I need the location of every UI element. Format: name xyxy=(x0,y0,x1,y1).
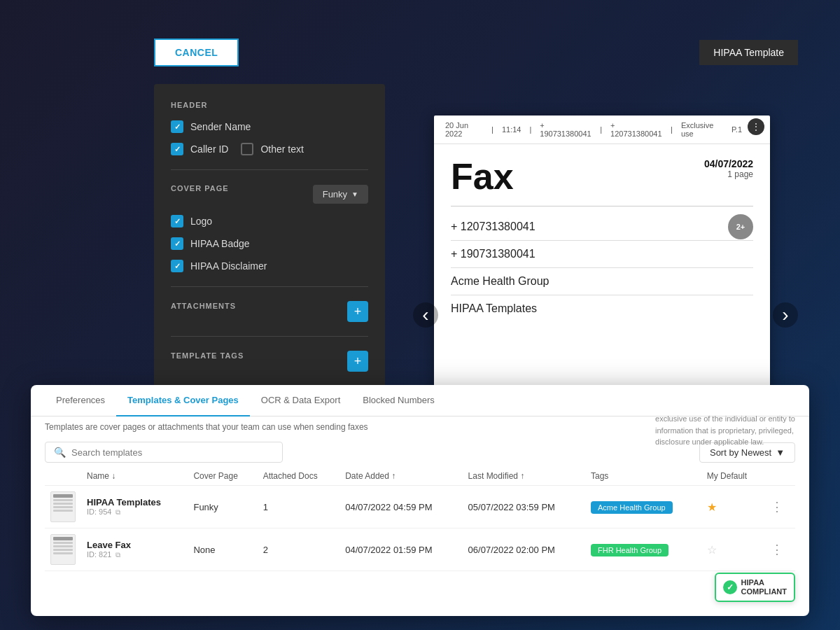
hipaa-template-button[interactable]: HIPAA Template xyxy=(699,40,798,65)
attachments-section: ATTACHMENTS + xyxy=(171,301,368,322)
tab-blocked-numbers[interactable]: Blocked Numbers xyxy=(351,385,446,416)
row2-star-icon[interactable]: ☆ xyxy=(707,544,717,556)
fax-divider-1 xyxy=(451,206,753,206)
tabs-row: Preferences Templates & Cover Pages OCR … xyxy=(31,385,809,416)
fax-title: Fax xyxy=(451,158,514,195)
logo-row: Logo xyxy=(171,215,368,227)
fax-company: Acme Health Group xyxy=(451,275,550,287)
search-box: 🔍 xyxy=(45,442,283,463)
templates-table: Name ↓ Cover Page Attached Docs Date Add… xyxy=(45,467,795,571)
cancel-button[interactable]: CANCEL xyxy=(154,38,239,66)
caller-id-checkbox[interactable] xyxy=(171,143,183,155)
template-tags-add-button[interactable]: + xyxy=(347,351,368,372)
sender-name-label: Sender Name xyxy=(190,121,251,132)
row2-thumbnail-cell xyxy=(45,528,81,571)
tab-ocr-data-export[interactable]: OCR & Data Export xyxy=(250,385,351,416)
fax-content: Fax 04/07/2022 1 page + 120731380041 2+ … xyxy=(434,144,770,336)
row1-tag-cell: Acme Health Group xyxy=(585,486,701,528)
sender-name-checkbox[interactable] xyxy=(171,120,183,133)
thumb-line-5 xyxy=(53,552,73,554)
tab-preferences[interactable]: Preferences xyxy=(45,385,116,416)
cover-divider xyxy=(171,286,368,287)
fax-meta-page: P.1 xyxy=(732,125,742,134)
cover-page-header-row: COVER PAGE Funky ▼ xyxy=(171,184,368,204)
row1-date-added: 04/07/2022 04:59 PM xyxy=(340,486,462,528)
th-name xyxy=(45,467,81,486)
header-divider xyxy=(171,169,368,170)
logo-checkbox[interactable] xyxy=(171,215,183,227)
fax-to-number: + 120731380041 xyxy=(451,220,536,232)
row1-more-options-icon[interactable]: ⋮ xyxy=(771,500,783,514)
row1-template-id: ID: 954 ⧉ xyxy=(87,507,182,517)
other-text-label: Other text xyxy=(260,144,303,155)
thumb-line-3 xyxy=(53,503,73,505)
row2-copy-icon[interactable]: ⧉ xyxy=(115,551,120,559)
row1-name-cell: HIPAA Templates ID: 954 ⧉ xyxy=(81,486,188,528)
fax-meta-bar: 20 Jun 2022 | 11:14 | + 190731380041 | +… xyxy=(434,115,770,144)
caller-id-row: Caller ID Other text xyxy=(171,143,368,155)
chevron-down-icon: ▼ xyxy=(351,190,358,198)
row2-tag-cell: FHR Health Group xyxy=(585,528,701,571)
attachments-title: ATTACHMENTS xyxy=(171,302,236,310)
fax-meta-time: 11:14 xyxy=(502,125,522,134)
table-header-row: Name ↓ Cover Page Attached Docs Date Add… xyxy=(45,467,795,486)
hipaa-badge-row: HIPAA Badge xyxy=(171,237,368,250)
fax-from-number: + 190731380041 xyxy=(451,248,536,260)
th-last-modified[interactable]: Last Modified ↑ xyxy=(463,467,585,486)
row1-star-icon[interactable]: ★ xyxy=(707,501,717,513)
row2-id-text: ID: 821 xyxy=(87,550,111,559)
row1-cover-page: Funky xyxy=(188,486,257,528)
attachments-divider xyxy=(171,336,368,337)
hipaa-check-icon: ✓ xyxy=(723,580,737,594)
template-tags-section: TEMPLATE TAGS + xyxy=(171,351,368,372)
header-section-title: HEADER xyxy=(171,101,368,109)
th-my-default[interactable]: My Default xyxy=(701,467,766,486)
fax-company-field: Acme Health Group xyxy=(451,268,753,295)
th-date-added[interactable]: Date Added ↑ xyxy=(340,467,462,486)
hipaa-disclaimer-label: HIPAA Disclaimer xyxy=(190,260,267,272)
row2-more-cell: ⋮ xyxy=(765,528,795,571)
fax-title-row: Fax 04/07/2022 1 page xyxy=(451,158,753,195)
thumb-line-3 xyxy=(53,545,73,547)
fax-to-field: + 120731380041 2+ xyxy=(451,214,753,241)
row2-template-id: ID: 821 ⧉ xyxy=(87,550,182,559)
dropdown-label: Funky xyxy=(323,189,347,200)
fax-template-name: HIPAA Templates xyxy=(451,302,537,314)
sort-arrow-icon: ▼ xyxy=(776,447,785,458)
meta-separator-4: | xyxy=(671,125,673,134)
hipaa-disclaimer-checkbox[interactable] xyxy=(171,260,183,272)
other-text-checkbox[interactable] xyxy=(241,143,253,155)
th-cover-page[interactable]: Cover Page xyxy=(188,467,257,486)
row2-attached-docs: 2 xyxy=(258,528,340,571)
caller-id-label: Caller ID xyxy=(190,144,228,155)
prev-arrow-button[interactable]: ‹ xyxy=(413,302,438,328)
template-tags-title: TEMPLATE TAGS xyxy=(171,351,244,360)
row1-thumbnail-cell xyxy=(45,486,81,528)
sender-name-row: Sender Name xyxy=(171,120,368,133)
tab-templates-cover-pages[interactable]: Templates & Cover Pages xyxy=(116,385,250,416)
more-options-button[interactable]: ⋮ xyxy=(748,118,764,135)
hipaa-badge-label: HIPAA Badge xyxy=(190,238,250,249)
th-name-label[interactable]: Name ↓ xyxy=(81,467,188,486)
thumb-line-4 xyxy=(53,549,73,551)
next-arrow-button[interactable]: › xyxy=(773,302,798,328)
th-tags[interactable]: Tags xyxy=(585,467,701,486)
row2-cover-page: None xyxy=(188,528,257,571)
row2-more-options-icon[interactable]: ⋮ xyxy=(771,542,783,556)
sort-label: Sort by Newest xyxy=(710,447,771,458)
hipaa-disclaimer-row: HIPAA Disclaimer xyxy=(171,260,368,272)
th-attached-docs[interactable]: Attached Docs xyxy=(258,467,340,486)
attachments-add-button[interactable]: + xyxy=(347,301,368,322)
funky-dropdown[interactable]: Funky ▼ xyxy=(313,185,368,204)
table-container: Name ↓ Cover Page Attached Docs Date Add… xyxy=(31,467,809,571)
meta-separator-1: | xyxy=(491,125,493,134)
thumb-line-1 xyxy=(53,494,73,498)
row2-thumbnail xyxy=(50,534,76,565)
row1-more-cell: ⋮ xyxy=(765,486,795,528)
thumb-line-4 xyxy=(53,506,73,508)
hipaa-badge-checkbox[interactable] xyxy=(171,237,183,250)
row1-last-modified: 05/07/2022 03:59 PM xyxy=(463,486,585,528)
search-input[interactable] xyxy=(71,447,274,458)
top-bar: CANCEL HIPAA Template xyxy=(154,38,798,66)
row1-copy-icon[interactable]: ⧉ xyxy=(115,508,120,516)
